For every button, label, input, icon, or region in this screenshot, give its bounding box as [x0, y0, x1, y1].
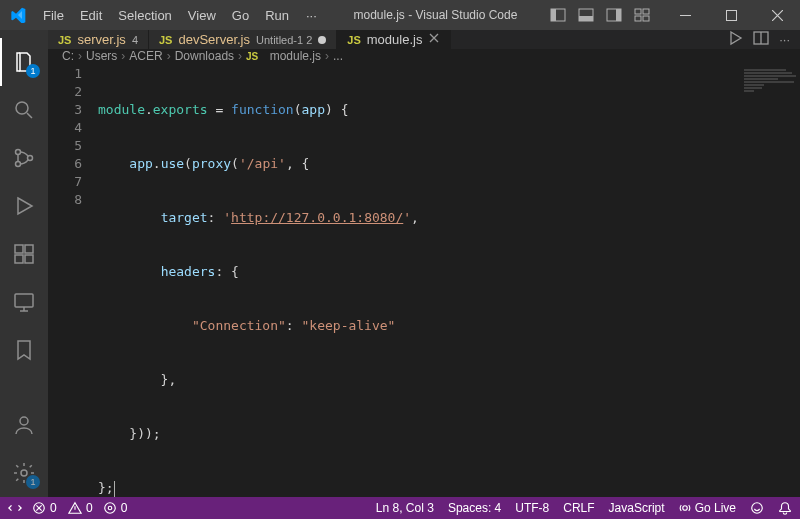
menu-edit[interactable]: Edit [73, 4, 109, 27]
tab-server-js[interactable]: JS server.js 4 [48, 30, 149, 49]
settings-icon[interactable]: 1 [0, 449, 48, 497]
eol-status[interactable]: CRLF [563, 501, 594, 515]
tab-bar: JS server.js 4 JS devServer.js Untitled-… [48, 30, 800, 49]
tab-aux: Untitled-1 2 [256, 34, 312, 46]
bc-acer[interactable]: ACER [129, 49, 162, 63]
svg-point-13 [16, 150, 21, 155]
menu-run[interactable]: Run [258, 4, 296, 27]
svg-point-28 [682, 506, 687, 511]
svg-rect-7 [643, 9, 649, 14]
text-cursor [114, 481, 115, 497]
ports-status[interactable]: 0 [103, 501, 128, 515]
tab-aux: 4 [132, 34, 138, 46]
menu-go[interactable]: Go [225, 4, 256, 27]
svg-point-29 [752, 503, 763, 514]
status-bar: 0 0 0 Ln 8, Col 3 Spaces: 4 UTF-8 CRLF J… [0, 497, 800, 519]
tab-module-js[interactable]: JS module.js [337, 30, 451, 49]
notifications-icon[interactable] [778, 501, 792, 515]
svg-point-22 [21, 470, 27, 476]
accounts-icon[interactable] [0, 401, 48, 449]
tab-label: server.js [77, 32, 125, 47]
layout-sidebar-right-icon[interactable] [602, 3, 626, 27]
activity-bar: 1 1 [0, 30, 48, 497]
bc-downloads[interactable]: Downloads [175, 49, 234, 63]
breadcrumb[interactable]: C:› Users› ACER› Downloads› JS module.js… [48, 49, 800, 63]
svg-rect-3 [579, 16, 593, 21]
svg-rect-20 [15, 294, 33, 307]
svg-point-14 [16, 162, 21, 167]
bc-tail[interactable]: ... [333, 49, 343, 63]
explorer-badge: 1 [26, 64, 40, 78]
svg-rect-11 [726, 10, 736, 20]
maximize-button[interactable] [708, 0, 754, 30]
more-actions-icon[interactable]: ··· [779, 32, 790, 47]
indentation-status[interactable]: Spaces: 4 [448, 501, 501, 515]
extensions-icon[interactable] [0, 230, 48, 278]
close-button[interactable] [754, 0, 800, 30]
svg-point-12 [16, 102, 28, 114]
source-control-icon[interactable] [0, 134, 48, 182]
settings-badge: 1 [26, 475, 40, 489]
svg-rect-1 [551, 9, 556, 21]
explorer-icon[interactable]: 1 [0, 38, 48, 86]
js-file-icon: JS [159, 34, 172, 46]
problems-status[interactable]: 0 0 [32, 501, 93, 515]
svg-rect-6 [635, 9, 641, 14]
remote-indicator[interactable] [8, 501, 22, 515]
tab-label: module.js [367, 32, 423, 47]
tab-devserver-js[interactable]: JS devServer.js Untitled-1 2 [149, 30, 337, 49]
js-file-icon: JS [347, 34, 360, 46]
js-file-icon: JS [58, 34, 71, 46]
svg-rect-9 [643, 16, 649, 21]
menu-view[interactable]: View [181, 4, 223, 27]
svg-point-15 [28, 156, 33, 161]
svg-point-21 [20, 417, 28, 425]
svg-rect-16 [15, 245, 23, 253]
code-editor[interactable]: 1 2 3 4 5 6 7 8 module.exports = functio… [48, 63, 800, 519]
feedback-icon[interactable] [750, 501, 764, 515]
svg-point-27 [108, 506, 112, 510]
svg-rect-19 [25, 245, 33, 253]
line-gutter: 1 2 3 4 5 6 7 8 [48, 63, 98, 519]
close-icon[interactable] [428, 32, 440, 47]
editor-area: JS server.js 4 JS devServer.js Untitled-… [48, 30, 800, 497]
js-file-icon: JS [246, 51, 258, 62]
minimap[interactable] [740, 63, 800, 519]
dirty-indicator-icon [318, 36, 326, 44]
window-title: module.js - Visual Studio Code [325, 8, 546, 22]
title-bar: File Edit Selection View Go Run ··· modu… [0, 0, 800, 30]
vscode-icon [10, 7, 26, 23]
menu-file[interactable]: File [36, 4, 71, 27]
minimize-button[interactable] [662, 0, 708, 30]
code-content[interactable]: module.exports = function(app) { app.use… [98, 63, 800, 519]
bc-users[interactable]: Users [86, 49, 117, 63]
customize-layout-icon[interactable] [630, 3, 654, 27]
run-icon[interactable] [727, 30, 743, 49]
menu-more[interactable]: ··· [298, 4, 325, 27]
bookmarks-icon[interactable] [0, 326, 48, 374]
layout-panel-icon[interactable] [574, 3, 598, 27]
cursor-position[interactable]: Ln 8, Col 3 [376, 501, 434, 515]
svg-rect-17 [15, 255, 23, 263]
go-live-button[interactable]: Go Live [679, 501, 736, 515]
encoding-status[interactable]: UTF-8 [515, 501, 549, 515]
menu-bar: File Edit Selection View Go Run ··· [36, 4, 325, 27]
svg-rect-10 [680, 15, 691, 16]
svg-rect-5 [616, 9, 621, 21]
layout-sidebar-left-icon[interactable] [546, 3, 570, 27]
search-icon[interactable] [0, 86, 48, 134]
svg-rect-8 [635, 16, 641, 21]
menu-selection[interactable]: Selection [111, 4, 178, 27]
language-mode[interactable]: JavaScript [609, 501, 665, 515]
svg-rect-18 [25, 255, 33, 263]
bc-drive[interactable]: C: [62, 49, 74, 63]
bc-file[interactable]: JS module.js [246, 49, 321, 63]
tab-label: devServer.js [178, 32, 250, 47]
split-editor-icon[interactable] [753, 30, 769, 49]
remote-explorer-icon[interactable] [0, 278, 48, 326]
run-debug-icon[interactable] [0, 182, 48, 230]
svg-point-26 [104, 503, 115, 514]
